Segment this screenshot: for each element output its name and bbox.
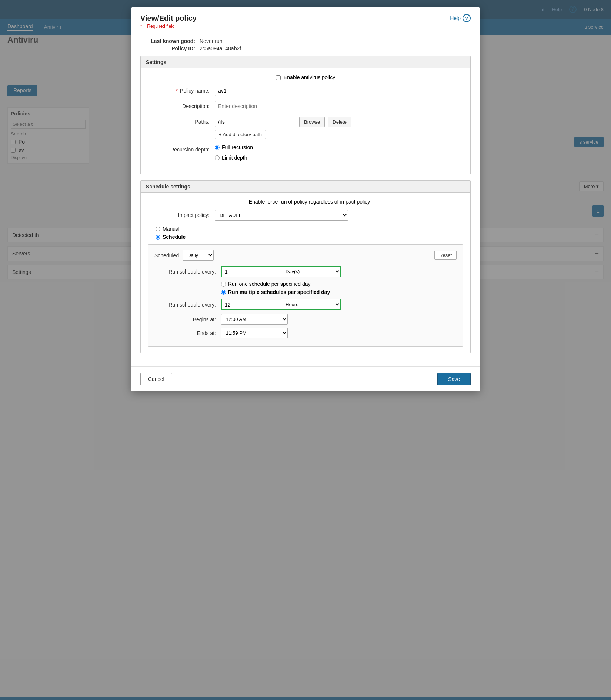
run-every-outer-row: Run schedule every: Day(s) Week(s)	[154, 266, 457, 277]
per-day-block: Run one schedule per specified day Run m…	[154, 281, 457, 295]
force-run-label: Enable force run of policy regardless of…	[249, 199, 370, 205]
impact-policy-row: Impact policy: DEFAULT LOW MEDIUM HIGH	[148, 210, 463, 221]
impact-policy-select[interactable]: DEFAULT LOW MEDIUM HIGH	[215, 210, 348, 221]
schedule-radio[interactable]	[156, 235, 160, 240]
schedule-type-row: Scheduled Daily Weekly Monthly Reset	[154, 250, 457, 261]
policy-name-row: * Policy name:	[148, 86, 463, 96]
reset-btn[interactable]: Reset	[434, 251, 457, 260]
path-input[interactable]	[215, 117, 296, 127]
run-schedule-unit-select[interactable]: Hours Minutes	[281, 299, 340, 309]
modal-help-icon[interactable]: ?	[463, 14, 471, 22]
schedule-config-box: Scheduled Daily Weekly Monthly Reset	[148, 244, 463, 347]
delete-btn[interactable]: Delete	[328, 117, 351, 127]
last-known-good-value: Never run	[200, 38, 471, 44]
run-every-inner-row: Run schedule every: Hours Minutes	[154, 299, 457, 310]
settings-section-body: Enable antivirus policy * Policy name:	[141, 68, 470, 174]
impact-policy-control: DEFAULT LOW MEDIUM HIGH	[215, 210, 463, 221]
last-known-good-label: Last known good:	[140, 38, 200, 44]
paths-label: Paths:	[148, 117, 215, 125]
description-label: Description:	[148, 101, 215, 109]
force-run-checkbox[interactable]	[241, 200, 246, 204]
full-recursion-radio[interactable]	[215, 145, 220, 150]
run-every-inner-inputs: Hours Minutes	[221, 299, 341, 310]
impact-policy-label: Impact policy:	[148, 210, 215, 218]
modal-header: View/Edit policy * = Required field Help…	[131, 7, 480, 32]
description-control	[215, 101, 463, 111]
modal-overlay: View/Edit policy * = Required field Help…	[0, 0, 611, 700]
run-every-outer-label: Run schedule every:	[154, 269, 221, 275]
schedule-label: Schedule	[163, 234, 186, 240]
force-run-row: Enable force run of policy regardless of…	[148, 199, 463, 205]
settings-section-header: Settings	[141, 56, 470, 68]
multiple-schedules-row: Run multiple schedules per specified day	[221, 289, 457, 295]
one-schedule-radio[interactable]	[221, 282, 226, 287]
enable-antivirus-checkbox[interactable]	[276, 75, 281, 80]
policy-name-input[interactable]	[215, 86, 355, 96]
recursion-row: Recursion depth: Full recursion Limit de…	[148, 144, 463, 163]
add-path-btn[interactable]: + Add directory path	[215, 130, 266, 139]
full-recursion-row: Full recursion	[215, 144, 463, 150]
policy-id-value: 2c5a094a148ab2f	[200, 46, 471, 51]
begins-at-label: Begins at:	[154, 316, 221, 322]
modal-help-link[interactable]: Help ?	[450, 14, 471, 22]
run-schedule-number-input[interactable]	[222, 300, 281, 309]
scheduled-label: Scheduled	[154, 252, 179, 258]
modal-body: Settings Enable antivirus policy * Polic…	[131, 56, 480, 366]
manual-row: Manual	[156, 226, 463, 232]
limit-depth-row: Limit depth	[215, 155, 463, 161]
required-star: *	[176, 88, 178, 94]
modal-dialog: View/Edit policy * = Required field Help…	[131, 7, 480, 391]
modal-footer: Cancel Save	[131, 366, 480, 391]
cancel-button[interactable]: Cancel	[140, 373, 172, 385]
run-mode-block: Manual Schedule	[148, 226, 463, 240]
run-every-unit-select[interactable]: Day(s) Week(s)	[281, 267, 340, 277]
limit-depth-label: Limit depth	[222, 155, 247, 161]
multiple-schedules-label: Run multiple schedules per specified day	[228, 289, 330, 295]
ends-at-row: Ends at: 11:59 PM 11:00 PM 6:00 PM	[154, 328, 457, 338]
recursion-label: Recursion depth:	[148, 144, 215, 153]
ends-at-select[interactable]: 11:59 PM 11:00 PM 6:00 PM	[221, 328, 288, 338]
run-every-inner-label: Run schedule every:	[154, 302, 221, 308]
description-row: Description:	[148, 101, 463, 111]
one-schedule-label: Run one schedule per specified day	[228, 281, 311, 287]
one-schedule-row: Run one schedule per specified day	[221, 281, 457, 287]
begins-at-select[interactable]: 12:00 AM 1:00 AM 6:00 AM	[221, 314, 288, 325]
limit-depth-radio[interactable]	[215, 155, 220, 160]
settings-section: Settings Enable antivirus policy * Polic…	[140, 56, 471, 174]
modal-required-note: * = Required field	[140, 24, 197, 29]
schedule-type-select[interactable]: Daily Weekly Monthly	[183, 250, 214, 261]
schedule-section: Schedule settings Enable force run of po…	[140, 180, 471, 353]
description-input[interactable]	[215, 101, 355, 111]
browse-btn[interactable]: Browse	[299, 117, 325, 127]
schedule-section-body: Enable force run of policy regardless of…	[141, 193, 470, 353]
multiple-schedules-radio[interactable]	[221, 290, 226, 295]
policy-name-control	[215, 86, 463, 96]
begins-at-row: Begins at: 12:00 AM 1:00 AM 6:00 AM	[154, 314, 457, 325]
save-button[interactable]: Save	[437, 373, 471, 385]
policy-id-label: Policy ID:	[140, 46, 200, 51]
run-every-number-input[interactable]	[222, 267, 281, 277]
run-every-outer-inputs: Day(s) Week(s)	[221, 266, 341, 277]
enable-antivirus-label: Enable antivirus policy	[284, 74, 335, 80]
paths-control: Browse Delete + Add directory path	[215, 117, 463, 139]
manual-radio[interactable]	[156, 227, 160, 231]
modal-title: View/Edit policy	[140, 14, 197, 23]
path-entry-row: Browse Delete	[215, 117, 463, 127]
paths-row: Paths: Browse Delete + Add directory pat…	[148, 117, 463, 139]
modal-help-label: Help	[450, 15, 461, 21]
ends-at-label: Ends at:	[154, 330, 221, 336]
enable-policy-row: Enable antivirus policy	[148, 74, 463, 80]
policy-name-label: * Policy name:	[148, 86, 215, 94]
manual-label: Manual	[163, 226, 180, 232]
schedule-row: Schedule	[156, 234, 463, 240]
modal-meta: Last known good: Never run Policy ID: 2c…	[131, 32, 480, 56]
full-recursion-label: Full recursion	[222, 144, 253, 150]
recursion-control: Full recursion Limit depth	[215, 144, 463, 163]
schedule-section-header: Schedule settings	[141, 181, 470, 193]
